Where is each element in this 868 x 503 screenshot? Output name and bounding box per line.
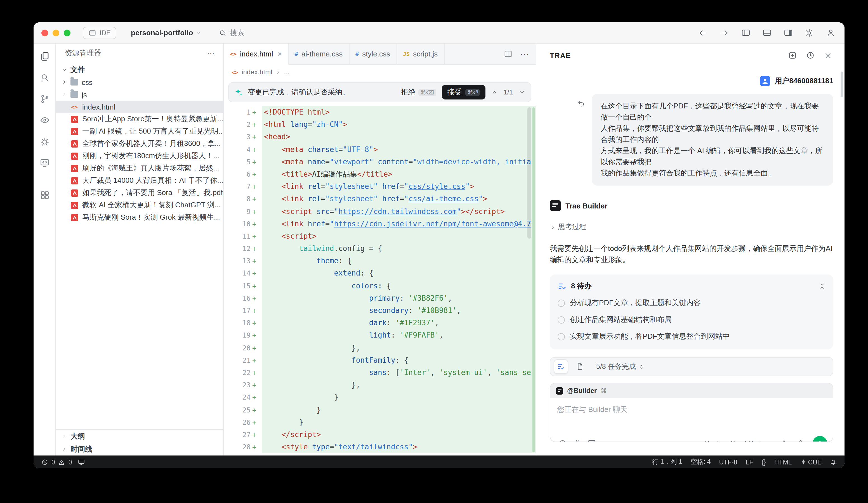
status-item[interactable]: HTML [774,459,792,465]
code-line[interactable]: 23+ }, [224,379,536,391]
toggle-bottom-panel-button[interactable] [761,27,773,39]
code-line[interactable]: 15+ colors: { [224,280,536,292]
status-item[interactable]: 行 1，列 1 [652,458,682,466]
chat-scrollbar[interactable] [840,72,843,97]
folder-item-js[interactable]: js [56,88,223,101]
doc-view-button[interactable] [573,359,587,374]
accept-changes-button[interactable]: 接受 ⌘⏎ [442,85,486,99]
editor-more-icon[interactable]: ⋯ [520,49,529,59]
breadcrumb[interactable]: <> index.html ... [224,65,536,80]
code-line[interactable]: 8+ <link rel="stylesheet" href="css/ai-t… [224,193,536,206]
remote-screen-icon[interactable] [35,153,53,172]
folder-item-css[interactable]: css [56,76,223,88]
toggle-right-panel-button[interactable] [782,27,794,39]
cue-indicator[interactable]: CUE [800,459,822,465]
status-item[interactable]: LF [746,459,753,465]
todo-item[interactable]: 分析现有PDF文章，提取主题和关键内容 [558,298,826,308]
chat-history-icon[interactable] [806,51,815,60]
status-item[interactable]: 空格: 4 [691,458,711,466]
extensions-blocks-icon[interactable] [35,186,53,205]
code-line[interactable]: 6+ <title>AI编辑作品集</title> [224,168,536,180]
code-line[interactable]: 10+ <link href="https://cdn.jsdelivr.net… [224,218,536,230]
requote-icon[interactable] [577,99,585,107]
global-search[interactable]: 搜索 [219,28,245,38]
split-editor-icon[interactable] [504,50,512,58]
code-line[interactable]: 5+ <meta name="viewport" content="width=… [224,156,536,168]
code-line[interactable]: 21+ fontFamily: { [224,354,536,367]
ide-mode-badge[interactable]: IDE [83,27,116,39]
pdf-file-item[interactable]: 全球首个家务机器人开卖！月租3600，拿... [56,137,223,150]
close-tab-icon[interactable]: × [278,50,282,58]
pdf-file-item[interactable]: 大厂裁员 14000 人背后真相：AI 干不了你... [56,174,223,187]
code-line[interactable]: 13+ theme: { [224,255,536,268]
preview-eye-icon[interactable] [35,111,53,130]
settings-gear-icon[interactable] [803,27,815,39]
nav-back-button[interactable] [697,27,709,39]
explorer-more-icon[interactable]: ⋯ [207,49,215,57]
code-line[interactable]: 16+ primary: '#3B82F6', [224,292,536,305]
todo-item[interactable]: 实现文章展示功能，将PDF文章信息整合到网站中 [558,332,826,342]
tree-root-files[interactable]: 文件 [56,64,223,76]
code-line[interactable]: 25+ } [224,404,536,416]
attach-image-icon[interactable] [587,439,596,442]
context-tag-icon[interactable]: # [575,439,579,442]
minimize-window-button[interactable] [53,29,59,36]
notifications-bell-icon[interactable] [830,459,837,465]
outline-panel-header[interactable]: 大纲 [56,430,223,443]
code-line[interactable]: 18+ dark: '#1F2937', [224,317,536,329]
timeline-panel-header[interactable]: 时间线 [56,443,223,455]
pdf-file-item[interactable]: 马斯克硬刚 Sora！实测 Grok 最新视频生... [56,211,223,223]
code-line[interactable]: 28+ <style type="text/tailwindcss"> [224,441,536,453]
task-progress-label[interactable]: 5/8 任务完成 [596,362,644,371]
code-line[interactable]: 7+ <link rel="stylesheet" href="css/styl… [224,180,536,193]
reject-changes-button[interactable]: 拒绝 ⌘⌫ [401,87,436,97]
code-line[interactable]: 17+ secondary: '#10B981', [224,305,536,317]
code-line[interactable]: 1+<!DOCTYPE html> [224,106,536,118]
nav-forward-button[interactable] [718,27,731,39]
pdf-file-item[interactable]: 刷屏的《海贼王》真人版片场花絮，居然... [56,162,223,174]
voice-mic-icon[interactable] [796,439,805,442]
agent-chip-label[interactable]: @Builder [567,387,597,395]
code-line[interactable]: 2+<html lang="zh-CN"> [224,118,536,131]
maximize-window-button[interactable] [64,29,71,36]
status-item[interactable]: {} [762,459,766,465]
todo-item[interactable]: 创建作品集网站基础结构和布局 [558,315,826,325]
code-line[interactable]: 26+ } [224,416,536,428]
toggle-left-panel-button[interactable] [740,27,752,39]
code-line[interactable]: 14+ extend: { [224,268,536,280]
code-line[interactable]: 9+ <script src="https://cdn.tailwindcss.… [224,206,536,218]
code-line[interactable]: 24+ } [224,391,536,404]
prev-change-icon[interactable] [491,89,498,96]
code-editor[interactable]: 1+<!DOCTYPE html>2+<html lang="zh-CN">3+… [224,105,536,455]
tab-style-css[interactable]: # style.css [349,44,397,64]
source-control-icon[interactable] [35,90,53,108]
code-line[interactable]: 19+ light: '#F9FAFB', [224,329,536,342]
tab-script-js[interactable]: JS script.js [397,44,444,64]
pdf-file-item[interactable]: 一副 AI 眼镜，让 500 万盲人有了重见光明... [56,125,223,137]
pdf-file-item[interactable]: 微软 AI 全家桶大更新！复刻 ChatGPT 浏... [56,199,223,211]
code-line[interactable]: 27+ </script> [224,429,536,441]
pdf-file-item[interactable]: Sora冲上App Store第一！奥特曼紧急更新... [56,113,223,125]
new-chat-icon[interactable] [788,51,797,60]
send-button[interactable] [813,436,827,442]
pdf-file-item[interactable]: 如果我死了，请不要用 Sora 「复活」我.pdf [56,187,223,199]
editor-scrollbar[interactable] [527,107,531,239]
account-avatar-icon[interactable] [824,27,837,39]
thinking-process-toggle[interactable]: 思考过程 [550,222,833,232]
file-item-index-html[interactable]: <> index.html [56,101,223,113]
chat-input[interactable]: 您正在与 Builder 聊天 [550,398,833,430]
code-line[interactable]: 22+ sans: ['Inter', 'system-ui', 'sans-s… [224,367,536,379]
mention-icon[interactable]: @ [558,439,566,442]
code-line[interactable]: 11+ <script> [224,230,536,243]
collapse-todo-icon[interactable] [819,283,826,290]
tab-ai-theme-css[interactable]: # ai-theme.css [289,44,349,64]
code-line[interactable]: 12+ tailwind.config = { [224,243,536,255]
model-selector[interactable]: Doubao-Seed-Code [705,439,773,442]
close-window-button[interactable] [41,29,48,36]
problems-indicator[interactable]: 0 0 [41,458,85,465]
close-panel-icon[interactable] [824,51,832,60]
code-line[interactable]: 3+<head> [224,131,536,143]
pdf-file-item[interactable]: 刚刚，宇树发布180cm仿生人形机器人！... [56,150,223,162]
search-activity-icon[interactable] [35,68,53,87]
code-line[interactable]: 20+ }, [224,342,536,354]
